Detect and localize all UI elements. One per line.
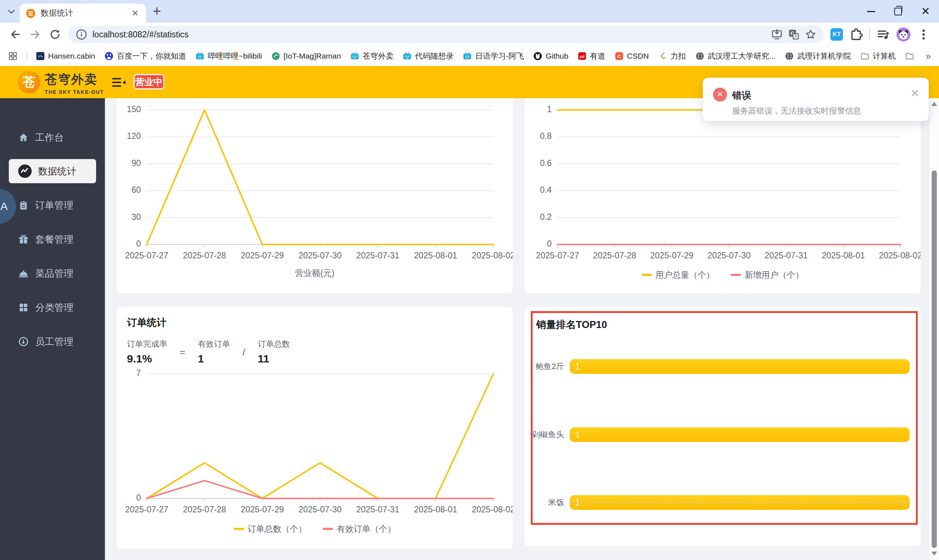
- bookmark-item[interactable]: 计算机: [860, 51, 896, 61]
- svg-text:2025-08-01: 2025-08-01: [822, 251, 865, 260]
- browser-menu-kebab-icon[interactable]: [917, 28, 930, 41]
- new-tab-button[interactable]: +: [153, 3, 161, 19]
- bookmark-item[interactable]: [IoT-Mag]Raman: [271, 52, 341, 60]
- svg-text:2025-07-31: 2025-07-31: [356, 505, 399, 514]
- bookmark-label: Hansen.cabin: [48, 52, 95, 60]
- profile-avatar[interactable]: [896, 28, 910, 42]
- bookmark-label: 百度一下，你就知道: [117, 51, 186, 61]
- bookmark-item[interactable]: yd有道: [578, 51, 605, 61]
- bookmark-item[interactable]: 力扣: [658, 51, 686, 61]
- legend-item[interactable]: 用户总量（个）: [641, 269, 714, 281]
- order-card-title: 订单统计: [127, 316, 167, 329]
- sales-value: 1: [575, 498, 580, 508]
- sales-bar: 1: [570, 427, 910, 442]
- axis-pointer-dashline: [569, 502, 910, 503]
- toast-message: 服务器错误，无法接收实时报警信息: [732, 106, 861, 117]
- site-info-icon[interactable]: [76, 29, 87, 40]
- bookmark-item[interactable]: 百度一下，你就知道: [105, 51, 186, 61]
- dish-name-label: 鲍鱼2斤: [524, 361, 564, 372]
- legend-item[interactable]: 新增用户（个）: [731, 269, 804, 281]
- tab-close-icon[interactable]: ✕: [130, 8, 140, 18]
- bookmark-item[interactable]: Hansen.cabin: [36, 52, 95, 60]
- equals-sign: =: [180, 347, 185, 358]
- legend-swatch: [323, 528, 333, 530]
- revenue-chart: 03060901201502025-07-272025-07-282025-07…: [117, 98, 513, 261]
- browser-tab-active[interactable]: 数据统计 ✕: [20, 4, 146, 23]
- bookmark-item[interactable]: 哔哩哔哩~bilibili: [196, 51, 262, 61]
- order-completion-stats: 订单完成率 9.1% = 有效订单 1 / 订单总数 11: [127, 338, 290, 365]
- back-icon[interactable]: [9, 28, 22, 41]
- gift-icon: [19, 234, 29, 245]
- page-scrollbar[interactable]: [929, 66, 939, 560]
- scrollbar-up-arrow[interactable]: [931, 102, 937, 106]
- browser-toolbar: localhost:8082/#/statistics G文 KT: [0, 23, 939, 46]
- svg-text:2025-07-27: 2025-07-27: [536, 251, 579, 260]
- staff-icon: [19, 337, 29, 347]
- site-dark-bookmark-icon: [36, 52, 45, 60]
- svg-text:yd: yd: [580, 54, 585, 58]
- window-close-icon[interactable]: ✕: [921, 6, 930, 17]
- address-bar[interactable]: localhost:8082/#/statistics G文: [68, 26, 824, 43]
- bookmark-label: 代码随想录: [415, 51, 453, 61]
- bookmark-item[interactable]: CCSDN: [615, 52, 649, 60]
- sidebar-item-菜品管理[interactable]: 菜品管理: [0, 261, 105, 286]
- bookmark-item[interactable]: 读研: [905, 51, 914, 61]
- tab-search-chevron-icon[interactable]: [6, 6, 17, 17]
- window-restore-icon[interactable]: [894, 8, 902, 15]
- bookmark-item[interactable]: 苍穹外卖: [350, 51, 393, 61]
- revenue-axis-label: 营业额(元): [117, 268, 513, 279]
- window-minimize-icon[interactable]: [867, 11, 875, 12]
- bili-bookmark-icon: [196, 52, 204, 60]
- playlist-music-icon[interactable]: [877, 28, 890, 41]
- reload-icon[interactable]: [48, 28, 62, 41]
- url-text[interactable]: localhost:8082/#/statistics: [93, 30, 766, 40]
- sidebar-item-数据统计[interactable]: 数据统计: [9, 159, 96, 183]
- sidebar-item-套餐管理[interactable]: 套餐管理: [0, 227, 105, 251]
- brand-logo-icon: 苍: [18, 71, 40, 94]
- bookmark-item[interactable]: 武汉理工大学研究...: [695, 51, 776, 61]
- toast-close-icon[interactable]: ✕: [911, 87, 919, 99]
- bookmarks-overflow-chevron[interactable]: »: [926, 51, 931, 62]
- sidebar-item-label: 订单管理: [35, 199, 73, 212]
- scrollbar-down-arrow[interactable]: [931, 552, 937, 555]
- apps-grid-icon[interactable]: [8, 51, 18, 61]
- extensions-puzzle-icon[interactable]: [850, 28, 863, 41]
- forward-icon[interactable]: [29, 28, 42, 41]
- sales-value: 1: [575, 362, 580, 372]
- bookmark-item[interactable]: Github: [533, 52, 568, 60]
- svg-text:2025-07-28: 2025-07-28: [593, 251, 637, 260]
- svg-text:2025-07-30: 2025-07-30: [708, 251, 751, 260]
- dish-name-label: 剁椒鱼头: [524, 429, 564, 440]
- svg-text:0: 0: [547, 239, 552, 248]
- svg-text:2025-07-31: 2025-07-31: [356, 251, 399, 260]
- sidebar-item-员工管理[interactable]: 员工管理: [0, 329, 105, 354]
- bookmarks-list: Hansen.cabin百度一下，你就知道哔哩哔哩~bilibili[IoT-M…: [36, 51, 915, 61]
- bookmark-item[interactable]: 武理计算机学院: [785, 51, 851, 61]
- svg-text:2025-07-29: 2025-07-29: [241, 505, 284, 514]
- kt-extension-icon[interactable]: KT: [830, 28, 843, 41]
- dish-icon: [19, 268, 29, 278]
- install-app-icon[interactable]: [771, 29, 783, 40]
- top10-bar-row: 鲍鱼2斤1: [524, 359, 920, 374]
- sidebar-item-分类管理[interactable]: 分类管理: [0, 295, 105, 320]
- browser-tab-strip: 数据统计 ✕ + ✕: [0, 0, 939, 23]
- home-icon: [19, 132, 29, 143]
- bookmark-item[interactable]: 日语学习-阿飞: [463, 51, 524, 61]
- translate-icon[interactable]: G文: [788, 29, 800, 40]
- sidebar-collapse-icon[interactable]: [112, 78, 125, 87]
- bookmark-star-icon[interactable]: [805, 29, 817, 40]
- svg-text:0: 0: [136, 239, 141, 248]
- legend-item[interactable]: 有效订单（个）: [323, 523, 396, 535]
- tab-title: 数据统计: [41, 8, 130, 19]
- bili-bookmark-icon: [403, 52, 412, 60]
- bookmark-item[interactable]: 代码随想录: [403, 51, 453, 61]
- legend-item[interactable]: 订单总数（个）: [234, 523, 307, 535]
- legend-label: 用户总量（个）: [655, 269, 714, 281]
- valid-orders-label: 有效订单: [198, 338, 230, 350]
- user-chart-legend: 用户总量（个）新增用户（个）: [524, 268, 920, 282]
- business-status-badge[interactable]: 营业中: [134, 74, 164, 89]
- svg-text:1: 1: [547, 105, 552, 114]
- order-trend-chart: 072025-07-272025-07-282025-07-292025-07-…: [117, 362, 513, 515]
- sidebar-item-工作台[interactable]: 工作台: [0, 125, 105, 149]
- scrollbar-thumb[interactable]: [932, 171, 937, 548]
